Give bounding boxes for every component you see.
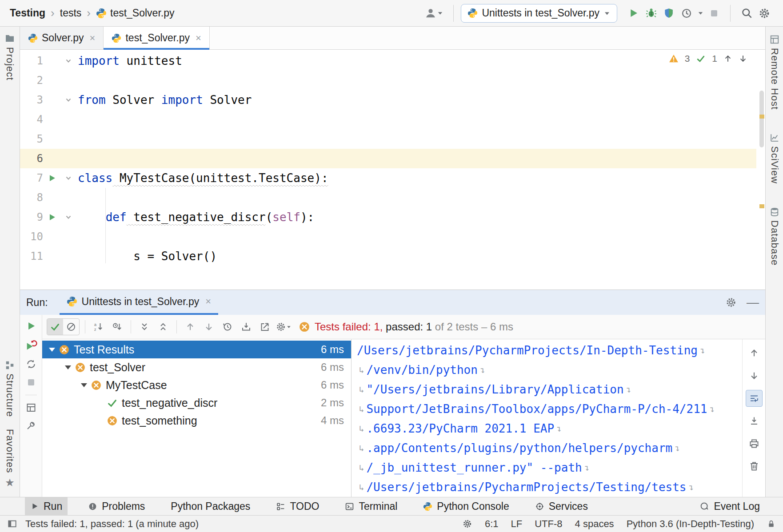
interpreter-widget[interactable]: Python 3.6 (In-Depth-Testing) — [627, 518, 754, 530]
rerun-tests-button[interactable] — [25, 320, 37, 332]
profiler-button[interactable] — [678, 4, 695, 22]
next-problem-icon[interactable] — [739, 54, 747, 63]
editor-scrollbar-thumb[interactable] — [759, 91, 764, 147]
tree-row-test-negative-discr[interactable]: test_negative_discr 2 ms — [42, 394, 351, 412]
test-runner-settings-button[interactable] — [276, 319, 292, 335]
tool-window-button-structure[interactable]: Structure — [4, 360, 16, 417]
tool-window-button-sciview[interactable]: SciView — [769, 133, 780, 184]
tool-window-button-remote-host[interactable]: Remote Host — [769, 35, 780, 110]
tree-row-test-results[interactable]: Test Results 6 ms — [42, 341, 351, 358]
toolbar-button-event-log[interactable]: Event Log — [695, 497, 765, 515]
export-test-results-button[interactable] — [257, 319, 273, 335]
code-line: 8 — [20, 188, 756, 207]
test-output-console[interactable]: /Users/jetbrains/PycharmProjects/In-Dept… — [351, 339, 765, 497]
tool-window-button-database[interactable]: Database — [769, 207, 780, 266]
toolbar-button-terminal[interactable]: Terminal — [340, 497, 403, 515]
code-text[interactable]: s = Solver() — [76, 246, 217, 266]
stop-button[interactable] — [705, 4, 723, 22]
previous-problem-icon[interactable] — [723, 54, 732, 63]
console-line: ↳"/Users/jetbrains/Library/Application↴ — [357, 380, 742, 399]
scrollbar-warning-mark[interactable] — [759, 115, 764, 119]
indent-widget[interactable]: 4 spaces — [575, 518, 614, 530]
console-line: ↳.app/Contents/plugins/python/helpers/py… — [357, 438, 742, 458]
user-account-button[interactable] — [421, 4, 446, 22]
next-failed-test-button[interactable] — [201, 319, 217, 335]
encoding-widget[interactable]: UTF-8 — [535, 518, 562, 530]
editor-tab-test-solver[interactable]: test_Solver.py × — [104, 27, 209, 49]
services-icon — [535, 502, 544, 511]
run-configuration-select[interactable]: Unittests in test_Solver.py — [461, 4, 617, 23]
inspection-widget[interactable]: 3 1 — [669, 53, 747, 64]
tree-row-test-solver[interactable]: test_Solver 6 ms — [42, 358, 351, 376]
pin-tab-button[interactable] — [26, 420, 36, 431]
expand-toggle-icon[interactable] — [46, 348, 58, 352]
code-text[interactable]: from Solver import Solver — [76, 90, 252, 110]
expand-toggle-icon[interactable] — [62, 365, 74, 369]
tool-window-button-favorites[interactable]: Favorites ★ — [4, 429, 16, 489]
clear-all-button[interactable] — [746, 458, 763, 475]
tree-row-mytestcase[interactable]: MyTestCase 6 ms — [42, 376, 351, 394]
show-passed-button[interactable] — [47, 319, 63, 335]
toolbar-button-todo[interactable]: TODO — [271, 497, 324, 515]
breadcrumb-dir[interactable]: tests — [60, 7, 82, 19]
run-test-gutter-icon[interactable] — [43, 212, 61, 222]
toolbar-button-problems[interactable]: Problems — [83, 497, 150, 515]
code-text[interactable]: import unittest — [76, 51, 182, 71]
toolbar-button-run[interactable]: Run — [25, 497, 68, 515]
code-text[interactable]: def test_negative_discr(self): — [76, 207, 314, 227]
test-history-button[interactable] — [220, 319, 236, 335]
lock-icon[interactable] — [767, 519, 776, 528]
expand-toggle-icon[interactable] — [78, 383, 90, 387]
toolbar-button-services[interactable]: Services — [530, 497, 593, 515]
breadcrumb-project[interactable]: Testing — [10, 7, 45, 19]
toggle-auto-test-button[interactable] — [25, 358, 37, 370]
fold-marker-icon[interactable] — [61, 214, 76, 221]
run-test-gutter-icon[interactable] — [43, 173, 61, 183]
hide-panel-icon[interactable]: — — [747, 298, 759, 307]
caret-position-widget[interactable]: 6:1 — [485, 518, 499, 530]
status-message[interactable]: Tests failed: 1, passed: 1 (a minute ago… — [25, 518, 199, 530]
rerun-failed-tests-button[interactable] — [25, 339, 37, 351]
run-tab[interactable]: Unittests in test_Solver.py × — [60, 290, 218, 315]
scroll-to-end-button[interactable] — [746, 413, 763, 429]
restore-layout-button[interactable] — [26, 402, 36, 413]
code-text[interactable]: class MyTestCase(unittest.TestCase): — [76, 168, 328, 188]
stop-process-button[interactable] — [26, 377, 36, 388]
run-settings-gear-icon[interactable] — [725, 297, 737, 308]
sort-by-duration-button[interactable] — [109, 319, 125, 335]
toolbar-button-python-console[interactable]: Python Console — [418, 497, 514, 515]
toolbar-button-python-packages[interactable]: Python Packages — [165, 497, 256, 515]
sort-alphabetically-button[interactable]: az — [91, 319, 107, 335]
close-tab-icon[interactable]: × — [90, 32, 96, 44]
tool-window-button-project[interactable]: Project — [4, 33, 16, 80]
line-separator-widget[interactable]: LF — [511, 518, 523, 530]
run-with-coverage-button[interactable] — [660, 4, 678, 22]
print-button[interactable] — [746, 435, 763, 452]
collapse-all-button[interactable] — [155, 319, 171, 335]
scrollbar-warning-mark[interactable] — [759, 204, 764, 208]
tool-window-layout-icon[interactable] — [7, 519, 17, 529]
settings-button[interactable] — [755, 4, 773, 22]
background-tasks-icon[interactable] — [462, 519, 472, 529]
fold-marker-icon[interactable] — [61, 57, 76, 64]
profiler-dropdown-button[interactable] — [695, 4, 705, 22]
import-test-results-button[interactable] — [238, 319, 254, 335]
close-run-tab-icon[interactable]: × — [205, 296, 211, 307]
previous-failed-test-button[interactable] — [182, 319, 198, 335]
fold-marker-icon[interactable] — [61, 96, 76, 103]
editor-tab-solver[interactable]: Solver.py × — [20, 27, 104, 49]
breadcrumb-file[interactable]: test_Solver.py — [96, 7, 174, 19]
close-tab-icon[interactable]: × — [196, 32, 201, 44]
test-failed-icon — [75, 362, 86, 373]
code-editor[interactable]: 1 import unittest 2 3 from Solver import… — [20, 50, 765, 290]
soft-wrap-toggle-button[interactable] — [746, 390, 763, 407]
run-button[interactable] — [624, 4, 642, 22]
show-ignored-button[interactable] — [63, 319, 79, 335]
tree-row-test-something[interactable]: test_something 4 ms — [42, 412, 351, 429]
fold-marker-icon[interactable] — [61, 175, 76, 182]
scroll-down-button[interactable] — [746, 367, 763, 384]
expand-all-button[interactable] — [136, 319, 152, 335]
scroll-up-button[interactable] — [746, 345, 763, 361]
debug-button[interactable] — [642, 4, 660, 22]
search-everywhere-button[interactable] — [738, 4, 755, 22]
